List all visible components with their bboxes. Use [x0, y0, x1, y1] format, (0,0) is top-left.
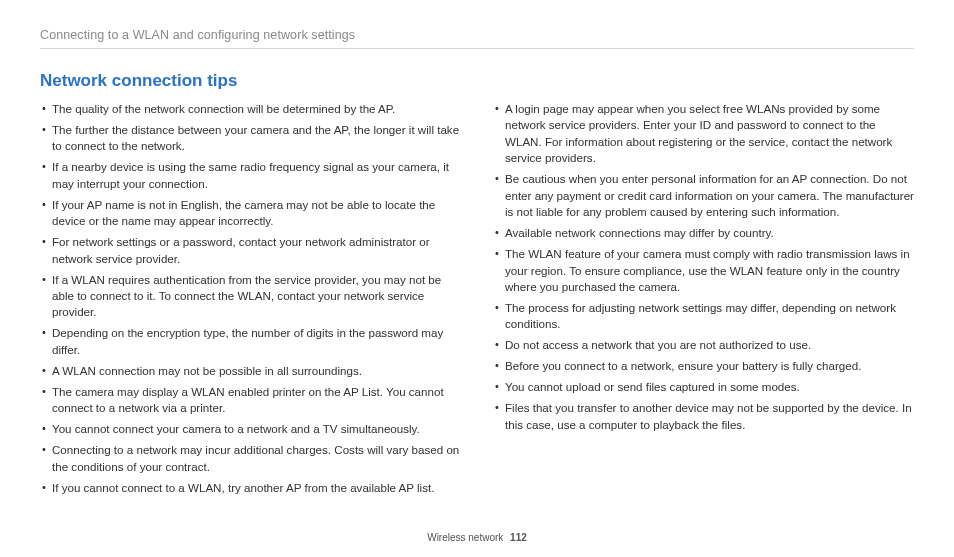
tip-item: If your AP name is not in English, the c…	[40, 197, 461, 230]
footer-section-label: Wireless network	[427, 532, 503, 543]
tip-item: A WLAN connection may not be possible in…	[40, 363, 461, 379]
section-title: Network connection tips	[40, 71, 914, 91]
tip-item: Files that you transfer to another devic…	[493, 400, 914, 433]
right-column: A login page may appear when you select …	[493, 101, 914, 501]
tip-item: For network settings or a password, cont…	[40, 234, 461, 267]
tip-item: If a nearby device is using the same rad…	[40, 159, 461, 192]
tip-item: The WLAN feature of your camera must com…	[493, 246, 914, 295]
tip-item: Depending on the encryption type, the nu…	[40, 325, 461, 358]
tip-item: If you cannot connect to a WLAN, try ano…	[40, 480, 461, 496]
tip-item: Connecting to a network may incur additi…	[40, 442, 461, 475]
tip-item: You cannot upload or send files captured…	[493, 379, 914, 395]
tip-item: Available network connections may differ…	[493, 225, 914, 241]
tip-item: Be cautious when you enter personal info…	[493, 171, 914, 220]
tip-item: The quality of the network connection wi…	[40, 101, 461, 117]
header-breadcrumb: Connecting to a WLAN and configuring net…	[40, 28, 914, 49]
tip-item: Before you connect to a network, ensure …	[493, 358, 914, 374]
tips-list-left: The quality of the network connection wi…	[40, 101, 461, 496]
footer: Wireless network 112	[0, 532, 954, 543]
page-number: 112	[510, 532, 527, 543]
tips-list-right: A login page may appear when you select …	[493, 101, 914, 433]
tip-item: The camera may display a WLAN enabled pr…	[40, 384, 461, 417]
page: Connecting to a WLAN and configuring net…	[0, 0, 954, 557]
content-columns: The quality of the network connection wi…	[40, 101, 914, 501]
left-column: The quality of the network connection wi…	[40, 101, 461, 501]
tip-item: The further the distance between your ca…	[40, 122, 461, 155]
tip-item: Do not access a network that you are not…	[493, 337, 914, 353]
tip-item: A login page may appear when you select …	[493, 101, 914, 167]
tip-item: You cannot connect your camera to a netw…	[40, 421, 461, 437]
tip-item: The process for adjusting network settin…	[493, 300, 914, 333]
tip-item: If a WLAN requires authentication from t…	[40, 272, 461, 321]
